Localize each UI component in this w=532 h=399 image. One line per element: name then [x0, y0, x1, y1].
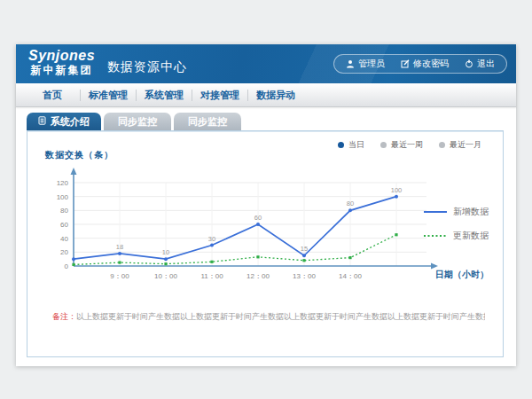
svg-text:40: 40 — [60, 235, 68, 243]
user-menu-label: 退出 — [477, 58, 495, 70]
y-axis-title: 数据交换（条） — [45, 149, 113, 161]
power-icon — [465, 59, 473, 68]
legend-item: 更新数据 — [424, 230, 489, 242]
app-title: 数据资源中心 — [107, 59, 187, 75]
svg-text:30: 30 — [208, 235, 215, 243]
filter-radio[interactable]: 当日 — [338, 139, 364, 151]
svg-text:10：00: 10：00 — [154, 272, 177, 280]
tab-label: 同步监控 — [188, 115, 227, 129]
svg-text:60: 60 — [254, 214, 262, 222]
svg-text:100: 100 — [57, 193, 69, 201]
filter-label: 最近一周 — [391, 139, 423, 151]
series-legend: 新增数据更新数据 — [424, 206, 489, 242]
line-chart: 0204060801001209：0010：0011：0012：0013：001… — [36, 161, 444, 294]
main-nav: 首页标准管理系统管理对接管理数据异动 — [16, 83, 516, 107]
user-icon — [346, 59, 355, 68]
radio-dot — [380, 142, 387, 148]
doc-icon — [38, 116, 46, 127]
svg-text:10: 10 — [162, 248, 169, 256]
user-menu-item[interactable]: 退出 — [457, 58, 503, 70]
tab[interactable]: 系统介绍 — [27, 113, 101, 130]
svg-text:9：00: 9：00 — [110, 272, 129, 280]
footer-note: 备注：以上数据更新于时间产生数据以上数据更新于时间产生数据以上数据更新于时间产生… — [52, 311, 485, 323]
tab[interactable]: 同步监控 — [174, 113, 241, 130]
filter-label: 最近一月 — [450, 139, 481, 151]
svg-text:120: 120 — [57, 179, 69, 187]
radio-dot — [439, 142, 445, 148]
user-menu-item[interactable]: 管理员 — [338, 58, 393, 70]
radio-dot — [338, 142, 344, 148]
legend-label: 更新数据 — [453, 230, 489, 242]
tab-bar: 系统介绍同步监控同步监控 — [27, 113, 504, 130]
legend-line-sample — [424, 233, 447, 239]
svg-text:14：00: 14：00 — [339, 272, 362, 280]
svg-text:0: 0 — [65, 262, 69, 270]
main-content: 系统介绍同步监控同步监控 当日最近一周最近一月 数据交换（条） 02040608… — [16, 107, 516, 357]
filter-label: 当日 — [348, 139, 364, 151]
legend-item: 新增数据 — [424, 206, 489, 218]
legend-label: 新增数据 — [453, 206, 489, 218]
svg-text:15: 15 — [301, 245, 308, 253]
chart-panel: 当日最近一周最近一月 数据交换（条） 0204060801001209：0010… — [27, 130, 504, 357]
user-menu-label: 管理员 — [358, 58, 385, 70]
edit-icon — [401, 59, 410, 68]
svg-text:60: 60 — [60, 221, 68, 229]
user-menu-label: 修改密码 — [413, 58, 449, 70]
app-header: Synjones 新中新集团 数据资源中心 管理员修改密码退出 — [16, 44, 516, 83]
company-logo: Synjones 新中新集团 — [28, 48, 95, 77]
filter-radio[interactable]: 最近一月 — [439, 139, 481, 151]
note-prefix: 备注： — [52, 312, 76, 321]
svg-text:100: 100 — [391, 186, 403, 194]
app-window: Synjones 新中新集团 数据资源中心 管理员修改密码退出 首页标准管理系统… — [16, 44, 516, 366]
svg-text:11：00: 11：00 — [200, 272, 223, 280]
time-range-filters: 当日最近一周最近一月 — [338, 139, 481, 151]
svg-text:18: 18 — [116, 243, 123, 251]
x-axis-title: 日期（小时） — [435, 269, 489, 281]
nav-item[interactable]: 系统管理 — [137, 83, 192, 106]
svg-text:13：00: 13：00 — [293, 272, 316, 280]
user-menu: 管理员修改密码退出 — [333, 54, 507, 74]
svg-text:20: 20 — [60, 248, 68, 256]
svg-text:80: 80 — [60, 207, 68, 215]
filter-radio[interactable]: 最近一周 — [380, 139, 423, 151]
logo-text-cn: 新中新集团 — [28, 64, 95, 77]
user-menu-item[interactable]: 修改密码 — [393, 58, 457, 70]
nav-item[interactable]: 标准管理 — [81, 83, 136, 106]
note-text: 以上数据更新于时间产生数据以上数据更新于时间产生数据以上数据更新于时间产生数据以… — [76, 312, 485, 321]
tab-label: 同步监控 — [118, 115, 157, 129]
svg-text:80: 80 — [347, 200, 354, 207]
svg-text:12：00: 12：00 — [246, 272, 270, 280]
tab[interactable]: 同步监控 — [104, 113, 171, 130]
nav-item[interactable]: 首页 — [25, 83, 80, 106]
tab-label: 系统介绍 — [51, 115, 90, 129]
legend-line-sample — [424, 209, 447, 215]
nav-item[interactable]: 数据异动 — [248, 83, 303, 106]
logo-text-en: Synjones — [28, 48, 95, 64]
nav-item[interactable]: 对接管理 — [192, 83, 247, 106]
